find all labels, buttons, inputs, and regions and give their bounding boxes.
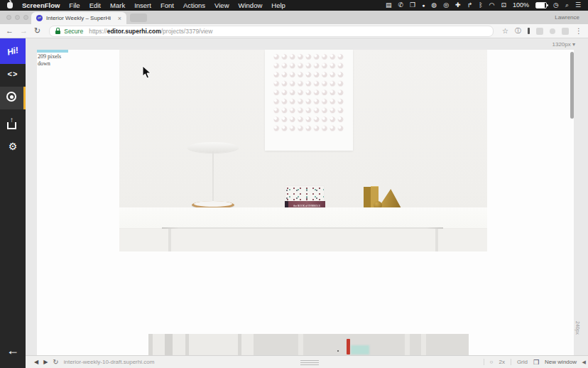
url-scheme: https:// [89, 28, 107, 35]
table-top [119, 207, 487, 228]
page-preview-canvas[interactable]: 209 pixels down the BOOK of SYMBOLS [37, 50, 574, 355]
divider [511, 359, 511, 365]
battery-icon[interactable] [535, 2, 547, 9]
tab-favicon-superhi [36, 15, 43, 21]
health-icon[interactable]: ✚ [455, 2, 461, 9]
scroll-tooltip-line2: down [38, 60, 50, 67]
sidebar-item-settings[interactable]: ⚙ [0, 141, 26, 152]
share-icon[interactable]: ↱ [467, 2, 473, 9]
airplay-icon[interactable]: ⊡ [501, 2, 506, 9]
clock-icon[interactable]: ◷ [553, 2, 559, 9]
shelf-band [148, 334, 153, 355]
menu-mark[interactable]: Mark [110, 1, 125, 9]
macos-menubar: ScreenFlow File Edit Mark Insert Font Ac… [0, 0, 588, 11]
statusbar-left-group: ◀ ▶ ↻ interior-weekly-10-draft.superhi.c… [34, 356, 154, 368]
new-tab-button[interactable] [130, 13, 147, 22]
preview-back-icon[interactable]: ◀ [34, 359, 38, 365]
tab-close-icon[interactable]: × [118, 15, 121, 22]
next-section-image [148, 334, 469, 355]
menu-edit[interactable]: Edit [89, 1, 101, 9]
wall-poster [265, 50, 353, 151]
superhi-logo[interactable]: Hi! [0, 38, 26, 64]
preview-scrollbar[interactable] [570, 52, 574, 119]
collapse-panel-arrow[interactable]: ◀ [582, 359, 586, 365]
menu-font[interactable]: Font [160, 1, 174, 9]
extension-disabled-icon[interactable] [562, 28, 569, 35]
shelf-streak [421, 334, 426, 355]
shelf-band [185, 334, 189, 355]
menu-view[interactable]: View [214, 1, 229, 9]
menu-file[interactable]: File [69, 1, 80, 9]
page-height-label: 240px [575, 321, 580, 335]
new-window-icon[interactable]: ❒ [533, 359, 539, 366]
new-window-button[interactable]: New window [545, 359, 577, 365]
preview-site-url[interactable]: interior-weekly-10-draft.superhi.com [64, 359, 155, 365]
wifi-icon[interactable]: ◠ [489, 2, 495, 9]
page-info-icon[interactable]: ⓘ [515, 28, 521, 34]
viewport-width-value: 1320px [552, 41, 571, 48]
browser-menu-kebab-icon[interactable]: ⋮ [575, 28, 582, 35]
superhi-logo-text: Hi! [6, 45, 20, 57]
mouse-cursor [142, 65, 152, 80]
active-app-name[interactable]: ScreenFlow [22, 1, 60, 9]
sidebar-item-preview[interactable] [0, 87, 26, 109]
viewport-width-dropdown[interactable]: 1320px ▾ [552, 41, 576, 48]
browser-toolbar: ← → ↻ Secure https:// editor.superhi.com… [0, 24, 588, 38]
traffic-light-zoom[interactable] [23, 15, 28, 20]
upload-icon[interactable] [7, 122, 16, 129]
poster-dot-pattern [273, 53, 345, 134]
browser-refresh-icon[interactable]: ↻ [34, 27, 40, 35]
table-leg [168, 229, 171, 251]
drop-icon[interactable]: ● [422, 3, 425, 8]
info-circle-icon[interactable]: ◍ [431, 2, 437, 9]
scroll-tooltip-line1: 209 pixels [38, 53, 61, 60]
sidebar-item-code[interactable]: <> [0, 70, 26, 78]
divider [484, 359, 484, 365]
zoom-level-label[interactable]: 2x [499, 359, 504, 365]
red-bottle [347, 339, 350, 355]
url-path: /projects/3379/view [161, 28, 213, 35]
traffic-light-minimize[interactable] [15, 15, 20, 20]
url-host: editor.superhi.com [107, 28, 161, 35]
shelf-streak [298, 334, 303, 355]
extension-disabled-icon[interactable] [550, 28, 555, 34]
menu-actions[interactable]: Actions [183, 1, 205, 9]
menubar-status-area: ▤ ✆ ❐ ● ◍ ◎ ✚ ↱ ᛒ ◠ ⊡ 100% ◷ ⌕ ☰ [386, 2, 581, 9]
battery-percent: 100% [513, 2, 529, 9]
menu-insert[interactable]: Insert [134, 1, 151, 9]
browser-forward-icon[interactable]: → [20, 27, 28, 35]
menu-help[interactable]: Help [271, 1, 285, 9]
back-arrow-icon[interactable]: ← [0, 343, 26, 358]
editor-sidebar: Hi! <> ⚙ ← [0, 38, 26, 368]
zoom-icon[interactable]: ○ [490, 359, 494, 365]
apple-menu-icon[interactable] [7, 2, 13, 9]
phone-icon[interactable]: ✆ [398, 2, 404, 9]
drag-handle[interactable] [300, 360, 319, 365]
under-table-area [119, 229, 487, 251]
bluetooth-icon[interactable]: ᛒ [479, 2, 482, 9]
browser-back-icon[interactable]: ← [6, 27, 13, 35]
shelf-band [238, 334, 241, 355]
q-circle-icon[interactable]: ◎ [443, 2, 449, 9]
preview-forward-icon[interactable]: ▶ [43, 359, 48, 365]
traffic-light-close[interactable] [6, 15, 11, 20]
secure-label: Secure [64, 28, 83, 35]
extension-disabled-icon[interactable] [536, 28, 543, 35]
spotlight-search-icon[interactable]: ⌕ [565, 2, 569, 9]
preview-refresh-icon[interactable]: ↻ [53, 359, 58, 366]
shelf-streak [405, 334, 410, 355]
bookmark-star-icon[interactable]: ☆ [502, 28, 508, 35]
browser-tab[interactable]: Interior Weekly – SuperHi × [31, 12, 126, 24]
browser-tabstrip: Interior Weekly – SuperHi × Lawrence [0, 11, 588, 24]
video-icon[interactable]: ▤ [386, 2, 392, 9]
grid-toggle[interactable]: Grid [517, 359, 528, 365]
lamp-stem [212, 151, 214, 205]
display-icon[interactable]: ❐ [410, 2, 415, 9]
statusbar-right-group: ○ 2x Grid ❒ New window [484, 356, 577, 368]
address-bar[interactable]: Secure https:// editor.superhi.com /proj… [49, 26, 494, 37]
eye-icon [6, 92, 16, 102]
browser-profile-name[interactable]: Lawrence [555, 14, 579, 21]
menu-window[interactable]: Window [239, 1, 263, 9]
notification-center-icon[interactable]: ☰ [575, 2, 581, 9]
extension-bar-icon[interactable] [528, 28, 530, 34]
